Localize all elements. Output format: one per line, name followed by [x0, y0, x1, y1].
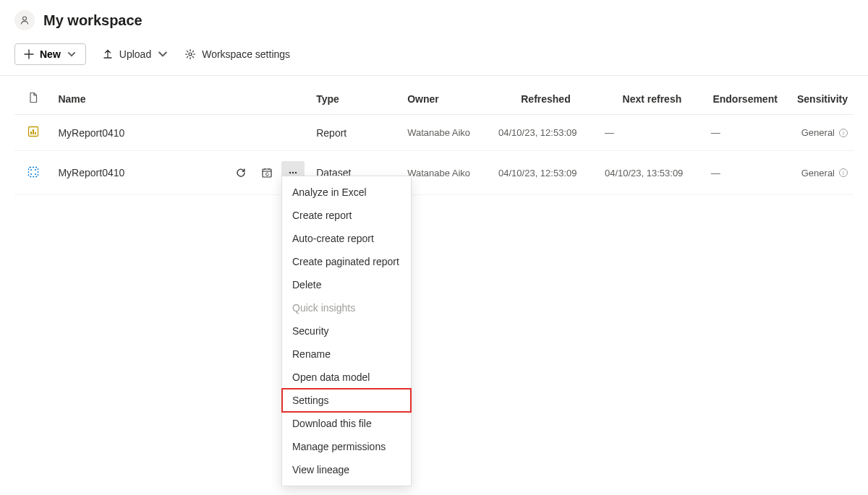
context-menu-item[interactable]: Download this file	[282, 412, 411, 435]
info-icon[interactable]: i	[839, 168, 848, 177]
svg-point-7	[30, 169, 32, 171]
workspace-title: My workspace	[43, 12, 142, 29]
svg-point-13	[292, 172, 294, 173]
item-sensitivity: General	[801, 168, 835, 178]
context-menu-item[interactable]: Open data model	[282, 366, 411, 389]
table-row[interactable]: MyReport0410 Report Watanabe Aiko 04/10/…	[14, 115, 854, 151]
new-label: New	[40, 48, 61, 60]
item-next-refresh: 04/10/23, 13:53:09	[599, 151, 705, 195]
table-header-row: Name Type Owner Refreshed Next refresh E…	[14, 76, 854, 115]
chevron-down-icon	[157, 48, 169, 60]
settings-label: Workspace settings	[202, 48, 290, 60]
workspace-header: My workspace	[0, 0, 868, 38]
refresh-button[interactable]	[229, 161, 252, 184]
context-menu-item[interactable]: View lineage	[282, 458, 411, 481]
upload-icon	[102, 48, 114, 60]
item-endorsement: —	[705, 115, 786, 151]
plus-icon	[24, 49, 34, 59]
context-menu-item[interactable]: Analyze in Excel	[282, 181, 411, 204]
context-menu-item[interactable]: Delete	[282, 273, 411, 296]
chevron-down-icon	[67, 49, 77, 59]
svg-rect-3	[30, 132, 32, 134]
item-name[interactable]: MyReport0410	[58, 167, 124, 178]
item-type: Report	[310, 115, 401, 151]
item-name[interactable]: MyReport0410	[58, 127, 124, 139]
content-table: Name Type Owner Refreshed Next refresh E…	[0, 76, 868, 195]
context-menu-item[interactable]: Auto-create report	[282, 227, 411, 250]
dataset-icon	[27, 165, 40, 178]
svg-point-10	[35, 173, 36, 175]
column-next-refresh-header[interactable]: Next refresh	[599, 76, 705, 115]
context-menu-item[interactable]: Create report	[282, 204, 411, 227]
column-owner-header[interactable]: Owner	[401, 76, 493, 115]
svg-point-8	[35, 169, 36, 171]
svg-point-1	[189, 53, 192, 56]
column-type-header[interactable]: Type	[310, 76, 401, 115]
file-icon	[27, 92, 39, 103]
upload-button[interactable]: Upload	[102, 48, 169, 60]
refresh-icon	[235, 167, 247, 178]
svg-rect-6	[29, 167, 38, 176]
workspace-settings-button[interactable]: Workspace settings	[184, 48, 290, 60]
svg-point-9	[30, 173, 32, 175]
column-name-header[interactable]: Name	[52, 76, 310, 115]
context-menu-item[interactable]: Create paginated report	[282, 250, 411, 273]
item-next-refresh: —	[599, 115, 705, 151]
context-menu-item[interactable]: Settings	[282, 389, 411, 412]
upload-label: Upload	[119, 48, 151, 60]
new-button[interactable]: New	[14, 43, 86, 65]
item-owner: Watanabe Aiko	[401, 115, 493, 151]
item-refreshed: 04/10/23, 12:53:09	[493, 115, 599, 151]
context-menu-item[interactable]: Rename	[282, 343, 411, 366]
item-refreshed: 04/10/23, 12:53:09	[493, 151, 599, 195]
gear-icon	[184, 48, 196, 60]
column-icon-header	[14, 76, 52, 115]
person-icon	[14, 10, 35, 30]
item-endorsement: —	[705, 151, 786, 195]
calendar-refresh-icon	[261, 167, 273, 178]
item-owner: Watanabe Aiko	[401, 151, 493, 195]
svg-rect-5	[35, 132, 36, 134]
context-menu: Analyze in ExcelCreate reportAuto-create…	[281, 176, 412, 486]
schedule-refresh-button[interactable]	[255, 161, 278, 184]
info-icon[interactable]: i	[839, 129, 848, 137]
column-endorsement-header[interactable]: Endorsement	[705, 76, 786, 115]
svg-point-14	[295, 172, 297, 173]
column-refreshed-header[interactable]: Refreshed	[493, 76, 599, 115]
context-menu-item: Quick insights	[282, 296, 411, 319]
context-menu-item[interactable]: Security	[282, 319, 411, 343]
svg-point-0	[23, 17, 27, 20]
table-row[interactable]: MyReport0410	[14, 151, 854, 195]
report-icon	[27, 125, 40, 138]
svg-point-12	[289, 172, 291, 173]
svg-rect-4	[33, 129, 34, 134]
toolbar: New Upload Workspace settings	[0, 38, 868, 76]
column-sensitivity-header[interactable]: Sensitivity	[785, 76, 854, 115]
context-menu-item[interactable]: Manage permissions	[282, 435, 411, 458]
item-sensitivity: General	[801, 127, 835, 138]
